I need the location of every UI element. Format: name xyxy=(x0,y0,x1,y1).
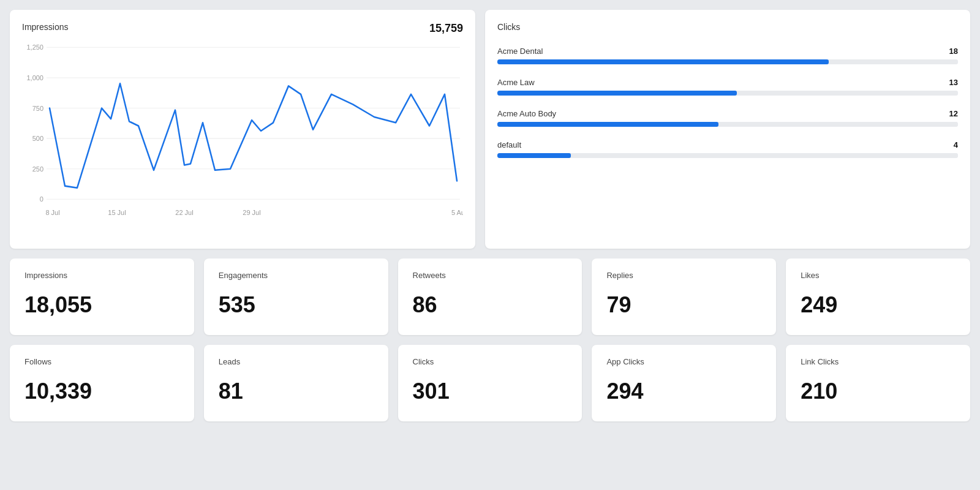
stat-value: 10,339 xyxy=(24,379,179,404)
stat-card: Clicks 301 xyxy=(398,345,582,421)
stat-value: 301 xyxy=(413,379,568,404)
stat-card: Replies 79 xyxy=(592,258,776,335)
clicks-chart-card: Clicks Acme Dental 18 Acme Law 13 Acme A… xyxy=(485,10,970,249)
stat-label: Leads xyxy=(219,357,374,366)
bar-fill xyxy=(497,91,737,96)
svg-text:1,000: 1,000 xyxy=(26,74,43,81)
clicks-chart-title: Clicks xyxy=(497,22,958,32)
bar-row: Acme Auto Body 12 xyxy=(497,109,958,118)
svg-text:22 Jul: 22 Jul xyxy=(175,209,193,216)
stat-value: 81 xyxy=(219,379,374,404)
svg-text:1,250: 1,250 xyxy=(26,43,43,51)
bar-row: Acme Dental 18 xyxy=(497,47,958,56)
stat-value: 535 xyxy=(219,292,374,318)
stat-value: 249 xyxy=(801,292,956,318)
bar-label: default xyxy=(497,140,521,149)
svg-text:15 Jul: 15 Jul xyxy=(108,209,126,216)
bar-item: Acme Auto Body 12 xyxy=(497,109,958,127)
stat-label: Likes xyxy=(801,271,956,280)
stat-card: App Clicks 294 xyxy=(592,345,776,421)
svg-text:500: 500 xyxy=(32,135,43,142)
svg-text:5 Aug: 5 Aug xyxy=(451,209,463,216)
svg-text:29 Jul: 29 Jul xyxy=(243,209,260,216)
impressions-chart-title: Impressions xyxy=(22,22,68,32)
bar-item: Acme Law 13 xyxy=(497,78,958,96)
bar-track xyxy=(497,122,958,127)
svg-text:250: 250 xyxy=(32,165,43,173)
bar-row: default 4 xyxy=(497,140,958,149)
stat-label: Clicks xyxy=(413,357,568,366)
stat-value: 18,055 xyxy=(24,292,179,318)
bar-value: 18 xyxy=(949,47,958,56)
bar-label: Acme Dental xyxy=(497,47,543,56)
bar-value: 13 xyxy=(949,78,958,87)
stats-row-2: Follows 10,339 Leads 81 Clicks 301 App C… xyxy=(10,345,970,421)
bar-row: Acme Law 13 xyxy=(497,78,958,87)
bar-label: Acme Law xyxy=(497,78,535,87)
stat-label: Link Clicks xyxy=(801,357,956,366)
impressions-chart-total: 15,759 xyxy=(429,22,463,35)
bar-track xyxy=(497,153,958,158)
bar-track xyxy=(497,59,958,64)
stat-card: Link Clicks 210 xyxy=(786,345,970,421)
stat-card: Follows 10,339 xyxy=(10,345,194,421)
stat-card: Leads 81 xyxy=(204,345,388,421)
stat-label: Retweets xyxy=(413,271,568,280)
bar-fill xyxy=(497,122,718,127)
svg-text:750: 750 xyxy=(32,105,43,112)
stat-value: 210 xyxy=(801,379,956,404)
bar-label: Acme Auto Body xyxy=(497,109,556,118)
bar-item: default 4 xyxy=(497,140,958,158)
stat-card: Impressions 18,055 xyxy=(10,258,194,335)
impressions-line-chart: 1,250 1,000 750 500 250 0 8 Jul 15 Jul 2… xyxy=(22,41,463,231)
stat-label: Replies xyxy=(606,271,761,280)
clicks-bar-list: Acme Dental 18 Acme Law 13 Acme Auto Bod… xyxy=(497,47,958,158)
bar-track xyxy=(497,91,958,96)
top-row: Impressions 15,759 1,250 1,000 750 500 2… xyxy=(10,10,970,249)
stat-label: Follows xyxy=(24,357,179,366)
svg-text:8 Jul: 8 Jul xyxy=(45,209,59,216)
chart-header: Impressions 15,759 xyxy=(22,22,463,35)
stat-label: Impressions xyxy=(24,271,179,280)
stat-value: 79 xyxy=(606,292,761,318)
bar-fill xyxy=(497,59,829,64)
svg-text:0: 0 xyxy=(40,195,43,203)
stat-value: 86 xyxy=(413,292,568,318)
impressions-chart-card: Impressions 15,759 1,250 1,000 750 500 2… xyxy=(10,10,475,249)
stat-label: App Clicks xyxy=(606,357,761,366)
stat-value: 294 xyxy=(606,379,761,404)
stat-card: Engagements 535 xyxy=(204,258,388,335)
bar-value: 4 xyxy=(954,140,958,149)
stat-label: Engagements xyxy=(219,271,374,280)
bar-item: Acme Dental 18 xyxy=(497,47,958,64)
bar-fill xyxy=(497,153,571,158)
stats-row-1: Impressions 18,055 Engagements 535 Retwe… xyxy=(10,258,970,335)
stat-card: Retweets 86 xyxy=(398,258,582,335)
stat-card: Likes 249 xyxy=(786,258,970,335)
bar-value: 12 xyxy=(949,109,958,118)
